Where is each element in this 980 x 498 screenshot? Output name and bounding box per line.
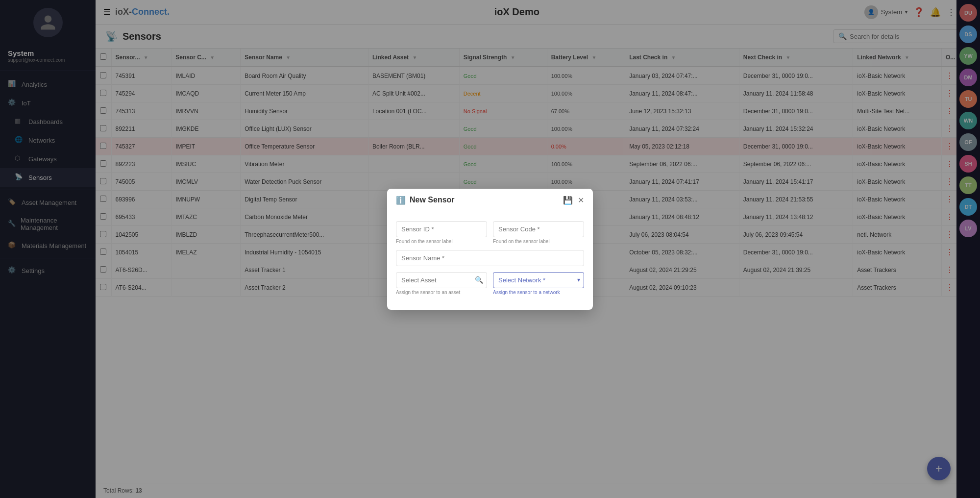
modal-close-icon[interactable]: ✕ [578, 196, 584, 205]
modal-title-group: ℹ️ New Sensor [396, 196, 455, 205]
sensor-code-group: Found on the sensor label [493, 221, 584, 244]
select-network-hint: Assign the sensor to a network [493, 290, 584, 295]
modal-body: Found on the sensor label Found on the s… [387, 212, 593, 310]
sensor-id-input[interactable] [396, 221, 487, 237]
new-sensor-modal: ℹ️ New Sensor 💾 ✕ Found on the sensor la… [387, 189, 593, 310]
asset-search-magnify-icon: 🔍 [475, 276, 483, 284]
modal-save-icon[interactable]: 💾 [563, 196, 573, 205]
select-asset-hint: Assign the sensor to an asset [396, 290, 487, 295]
form-row-name [396, 250, 584, 266]
modal-info-icon: ℹ️ [396, 196, 406, 205]
form-row-asset-network: 🔍 Assign the sensor to an asset Select N… [396, 272, 584, 295]
form-row-id-code: Found on the sensor label Found on the s… [396, 221, 584, 244]
modal-overlay[interactable]: ℹ️ New Sensor 💾 ✕ Found on the sensor la… [0, 0, 980, 498]
select-network-dropdown[interactable]: Select Network * [493, 272, 584, 288]
modal-title-text: New Sensor [410, 196, 455, 204]
sensor-name-group [396, 250, 584, 266]
modal-header: ℹ️ New Sensor 💾 ✕ [387, 189, 593, 212]
select-asset-group: 🔍 Assign the sensor to an asset [396, 272, 487, 295]
modal-header-actions: 💾 ✕ [563, 196, 584, 205]
select-network-group: Select Network * ▾ Assign the sensor to … [493, 272, 584, 295]
asset-search-input[interactable] [396, 272, 487, 288]
sensor-code-input[interactable] [493, 221, 584, 237]
select-network-wrap: Select Network * ▾ [493, 272, 584, 288]
asset-search-wrap: 🔍 [396, 272, 487, 288]
sensor-id-group: Found on the sensor label [396, 221, 487, 244]
sensor-name-input[interactable] [396, 250, 584, 266]
sensor-id-hint: Found on the sensor label [396, 239, 487, 244]
sensor-code-hint: Found on the sensor label [493, 239, 584, 244]
